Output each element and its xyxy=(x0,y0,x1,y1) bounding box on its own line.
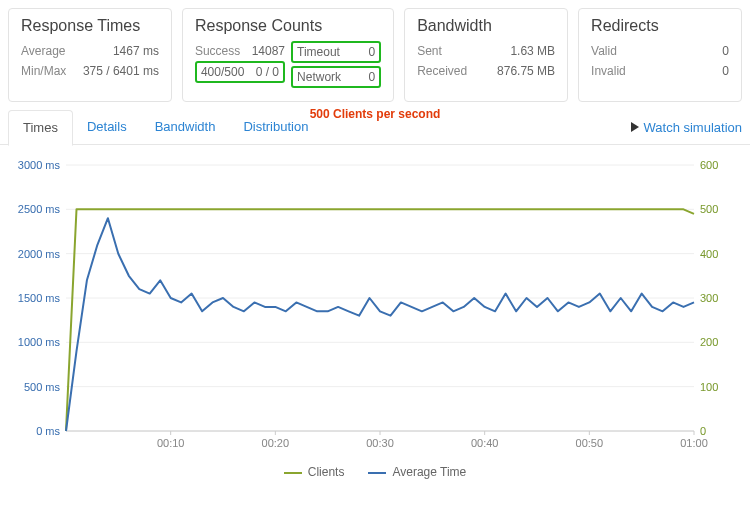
svg-text:00:50: 00:50 xyxy=(576,437,604,449)
svg-text:1000 ms: 1000 ms xyxy=(18,336,61,348)
svg-text:00:10: 00:10 xyxy=(157,437,185,449)
svg-text:500: 500 xyxy=(700,203,718,215)
tab-bandwidth[interactable]: Bandwidth xyxy=(141,110,230,144)
card-title: Bandwidth xyxy=(417,17,555,35)
card-response-times: Response Times Average1467 ms Min/Max375… xyxy=(8,8,172,102)
clients-per-second: 500 Clients per second xyxy=(310,107,441,121)
card-redirects: Redirects Valid0 Invalid0 xyxy=(578,8,742,102)
watch-simulation-link[interactable]: Watch simulation xyxy=(630,120,743,135)
svg-text:2000 ms: 2000 ms xyxy=(18,248,61,260)
received-value: 876.75 MB xyxy=(497,61,555,81)
svg-text:00:40: 00:40 xyxy=(471,437,499,449)
legend-avg: Average Time xyxy=(368,465,466,479)
invalid-value: 0 xyxy=(722,61,729,81)
play-icon xyxy=(630,122,640,132)
svg-text:01:00: 01:00 xyxy=(680,437,708,449)
card-title: Response Counts xyxy=(195,17,381,35)
avg-value: 1467 ms xyxy=(113,41,159,61)
network-pill: Network0 xyxy=(291,66,381,88)
sent-value: 1.63 MB xyxy=(510,41,555,61)
legend-clients: Clients xyxy=(284,465,345,479)
minmax-label: Min/Max xyxy=(21,61,66,81)
svg-text:00:30: 00:30 xyxy=(366,437,394,449)
chart-svg: 0 ms500 ms1000 ms1500 ms2000 ms2500 ms30… xyxy=(10,155,730,455)
svg-text:500 ms: 500 ms xyxy=(24,381,61,393)
tab-distribution[interactable]: Distribution xyxy=(229,110,322,144)
tab-times[interactable]: Times xyxy=(8,110,73,146)
svg-text:0: 0 xyxy=(700,425,706,437)
card-title: Response Times xyxy=(21,17,159,35)
svg-text:200: 200 xyxy=(700,336,718,348)
sent-label: Sent xyxy=(417,41,442,61)
valid-label: Valid xyxy=(591,41,617,61)
chart-container: 0 ms500 ms1000 ms1500 ms2000 ms2500 ms30… xyxy=(0,145,750,461)
card-response-counts: Response Counts Success14087 400/5000 / … xyxy=(182,8,394,102)
svg-text:400: 400 xyxy=(700,248,718,260)
svg-text:600: 600 xyxy=(700,159,718,171)
received-label: Received xyxy=(417,61,467,81)
timeout-pill: Timeout0 xyxy=(291,41,381,63)
tab-bar: 500 Clients per second Times Details Ban… xyxy=(0,110,750,145)
card-title: Redirects xyxy=(591,17,729,35)
minmax-value: 375 / 6401 ms xyxy=(83,61,159,81)
svg-text:300: 300 xyxy=(700,292,718,304)
avg-label: Average xyxy=(21,41,65,61)
svg-text:0 ms: 0 ms xyxy=(36,425,60,437)
card-bandwidth: Bandwidth Sent1.63 MB Received876.75 MB xyxy=(404,8,568,102)
tab-details[interactable]: Details xyxy=(73,110,141,144)
err-pill: 400/5000 / 0 xyxy=(195,61,285,83)
svg-text:3000 ms: 3000 ms xyxy=(18,159,61,171)
svg-text:1500 ms: 1500 ms xyxy=(18,292,61,304)
svg-text:00:20: 00:20 xyxy=(262,437,290,449)
chart-legend: Clients Average Time xyxy=(0,461,750,487)
success-row: Success14087 xyxy=(195,41,285,61)
valid-value: 0 xyxy=(722,41,729,61)
invalid-label: Invalid xyxy=(591,61,626,81)
svg-text:100: 100 xyxy=(700,381,718,393)
svg-text:2500 ms: 2500 ms xyxy=(18,203,61,215)
